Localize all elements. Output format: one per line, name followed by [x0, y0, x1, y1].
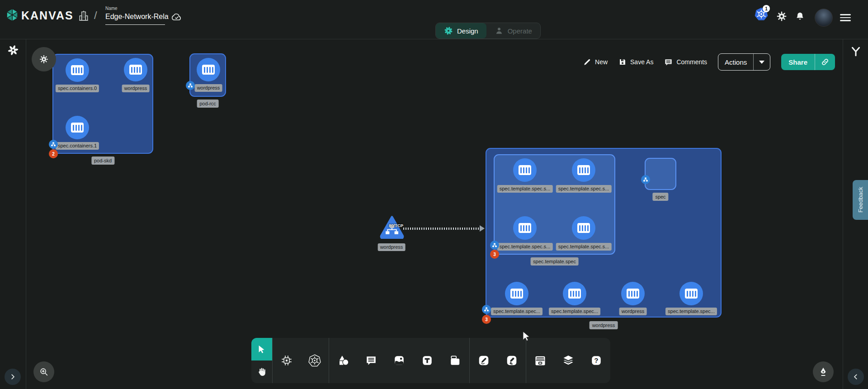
container-node[interactable] — [66, 58, 89, 82]
node-label: spec.template.spec... — [491, 308, 542, 315]
new-button[interactable]: New — [583, 58, 608, 66]
node-label: wordpress — [619, 308, 647, 315]
new-label: New — [595, 58, 608, 66]
tab-operate-label: Operate — [508, 27, 532, 35]
actions-button[interactable]: Actions — [718, 53, 770, 71]
settings-gear-icon[interactable] — [776, 11, 787, 22]
meshery-spinner-icon[interactable] — [7, 44, 19, 56]
drawer-archive-icon — [534, 354, 547, 367]
feedback-tab[interactable]: Feedback — [853, 180, 868, 220]
spec-node[interactable]: spec — [645, 158, 676, 190]
design-name-label: Name — [105, 6, 118, 11]
kanvas-logo-icon[interactable] — [5, 7, 19, 23]
line-draw-tool-button[interactable] — [470, 338, 498, 383]
canvas-toolbar: ? — [251, 338, 610, 383]
node-label: spec.template.spec.s... — [556, 185, 612, 193]
pod-rcc-group[interactable]: wordpress pod-rcc — [189, 53, 226, 97]
share-button[interactable]: Share — [781, 54, 835, 70]
container-icon — [568, 289, 581, 299]
container-node[interactable] — [513, 158, 537, 182]
image-tool-button[interactable] — [385, 338, 413, 383]
kubernetes-context-button[interactable]: 1 — [754, 7, 769, 22]
pan-tool-button[interactable] — [251, 361, 272, 383]
container-node[interactable] — [563, 282, 586, 305]
save-as-button[interactable]: Save As — [618, 58, 653, 66]
text-tool-button[interactable] — [413, 338, 441, 383]
node-label: spec.containers.1 — [56, 142, 99, 150]
pod-skd-group[interactable]: spec.containers.0 wordpress spec.contain… — [52, 54, 153, 154]
node-config-button[interactable] — [32, 47, 56, 71]
hamburger-menu-icon[interactable] — [840, 12, 851, 23]
chevron-left-icon — [853, 374, 859, 380]
group-label: pod-rcc — [197, 100, 219, 108]
right-panel-divider — [843, 39, 843, 389]
edge-port-label: 80/TCP — [389, 223, 403, 228]
tab-operate[interactable]: Operate — [486, 23, 540, 38]
group-label: spec.template.spec — [530, 257, 579, 266]
node-label: spec.template.spec... — [549, 308, 600, 315]
header-bar: KANVAS / Name — [0, 0, 868, 39]
pencil-line-icon — [478, 355, 490, 366]
text-icon — [421, 355, 433, 366]
context-count-badge: 1 — [763, 5, 770, 12]
container-node[interactable] — [124, 58, 147, 81]
group-label: spec — [652, 193, 668, 201]
service-node[interactable]: wordpress — [379, 215, 405, 253]
note-tool-button[interactable] — [441, 338, 469, 383]
svg-text:?: ? — [594, 356, 598, 364]
notifications-bell-icon[interactable] — [795, 11, 805, 22]
container-node[interactable] — [621, 282, 645, 305]
shapes-icon — [337, 355, 349, 366]
container-icon — [627, 289, 639, 299]
question-mark-icon: ? — [590, 355, 602, 366]
container-node[interactable] — [679, 282, 703, 305]
comment-tool-button[interactable] — [357, 338, 385, 383]
canvas-action-bar: New Save As Comments Actions Share — [583, 53, 835, 71]
help-tool-button[interactable]: ? — [582, 338, 610, 383]
container-icon — [71, 65, 84, 75]
tab-design[interactable]: Design — [436, 23, 486, 38]
design-name-input[interactable] — [105, 13, 169, 21]
deployment-group[interactable]: spec.template.spec.s... spec.template.sp… — [486, 148, 722, 318]
brand-wordmark[interactable]: KANVAS — [21, 9, 74, 22]
service-edge[interactable] — [403, 225, 485, 232]
container-node[interactable] — [197, 58, 220, 81]
node-label: spec.template.spec.s... — [497, 243, 553, 251]
drawer-tool-button[interactable] — [526, 338, 554, 383]
left-panel-divider — [26, 39, 26, 389]
container-icon — [129, 65, 142, 75]
container-node[interactable] — [505, 282, 528, 305]
components-tool-button[interactable] — [273, 338, 301, 383]
container-node[interactable] — [572, 158, 595, 182]
user-avatar[interactable] — [815, 9, 833, 27]
pod-badge-icon — [641, 175, 650, 184]
container-node[interactable] — [513, 216, 537, 240]
container-icon — [685, 289, 698, 299]
comment-icon — [664, 58, 673, 66]
layer5-y-icon[interactable] — [850, 45, 862, 58]
container-node[interactable] — [66, 116, 89, 139]
pen-tool-button[interactable] — [813, 361, 834, 382]
actions-dropdown-arrow[interactable] — [754, 54, 770, 70]
zoom-button[interactable] — [33, 361, 54, 382]
template-spec-group[interactable]: spec.template.spec.s... spec.template.sp… — [494, 154, 615, 255]
mode-tabs: Design Operate — [435, 23, 541, 39]
layers-tool-button[interactable] — [554, 338, 582, 383]
freehand-draw-tool-button[interactable] — [498, 338, 526, 383]
save-as-label: Save As — [630, 58, 653, 66]
organization-icon[interactable] — [78, 10, 90, 22]
left-panel-toggle[interactable] — [5, 369, 21, 385]
right-panel-toggle[interactable] — [848, 369, 864, 385]
comments-button[interactable]: Comments — [664, 58, 707, 66]
shapes-tool-button[interactable] — [329, 338, 357, 383]
copy-link-icon[interactable] — [815, 54, 835, 70]
sticky-note-icon — [449, 355, 461, 366]
node-label: spec.template.spec... — [665, 308, 717, 315]
container-node[interactable] — [572, 216, 595, 240]
floppy-disk-icon — [618, 58, 627, 66]
breadcrumb-separator: / — [94, 9, 97, 22]
kubernetes-tool-button[interactable] — [301, 338, 329, 383]
node-label: spec.template.spec.s... — [556, 243, 612, 251]
select-tool-button[interactable] — [251, 338, 272, 361]
chevron-right-icon — [9, 374, 16, 380]
